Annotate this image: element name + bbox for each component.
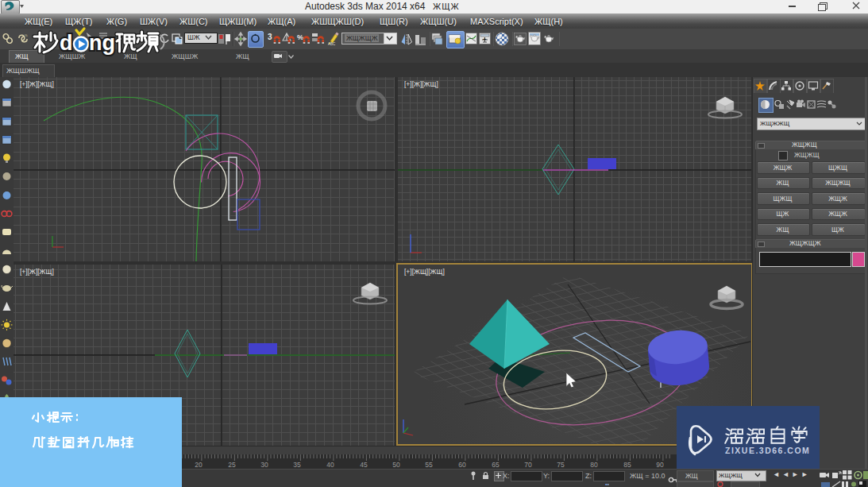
svg-text:ZIXUE.3D66.COM: ZIXUE.3D66.COM — [725, 446, 810, 455]
